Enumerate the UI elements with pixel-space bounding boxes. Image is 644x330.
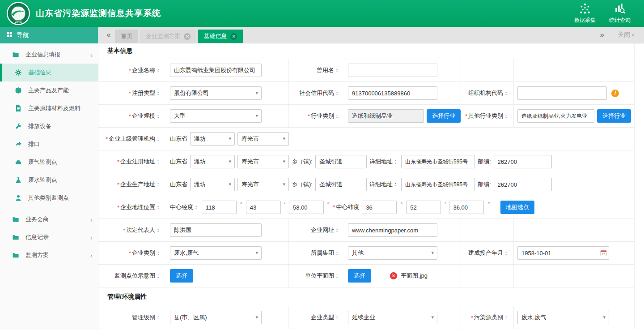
reg-addr-zip-input[interactable] <box>494 155 552 168</box>
reg-addr-city-select[interactable]: 潍坊 <box>190 155 235 168</box>
select-industry-button[interactable]: 选择行业 <box>427 109 461 123</box>
sidebar-item-label: 监测方案 <box>25 251 49 259</box>
lat-deg-input[interactable] <box>362 201 397 214</box>
reg-addr-county-select[interactable]: 寿光市 <box>237 155 289 168</box>
website-input[interactable] <box>348 223 437 237</box>
lat-min-input[interactable] <box>406 201 441 214</box>
sidebar-item-gas-monitoring[interactable]: 废气监测点 <box>0 153 98 171</box>
pollution-type-select[interactable]: 废水,废气 <box>517 311 609 324</box>
pollution-type-label: *污染源类别： <box>461 306 513 329</box>
company-name-input[interactable] <box>170 64 262 77</box>
legal-rep-input[interactable] <box>170 223 262 237</box>
folder-icon <box>12 234 20 241</box>
register-type-select[interactable]: 股份有限公司 <box>170 86 262 100</box>
sidebar-item-info-records[interactable]: 信息记录 ‹ <box>0 228 98 246</box>
sidebar: 导航 企业信息填报 ‹ 基础信息 主要产品及产能 主要原辅材料及燃料 <box>0 27 98 330</box>
production-address-label: *企业生产地址： <box>98 173 165 196</box>
cloud-icon <box>14 159 22 166</box>
prod-addr-detail-input[interactable] <box>401 178 475 191</box>
chevron-left-icon: ‹ <box>90 252 93 259</box>
prod-addr-county-select[interactable]: 寿光市 <box>237 178 289 191</box>
info-icon[interactable]: i <box>611 90 619 97</box>
sidebar-item-materials[interactable]: 主要原辅材料及燃料 <box>0 99 98 117</box>
row-company-name: *企业名称： 曾用名： <box>98 59 634 82</box>
sidebar-item-products[interactable]: 主要产品及产能 <box>0 81 98 99</box>
prod-addr-town-input[interactable] <box>315 178 367 191</box>
ent-type-label: 企业类型： <box>288 306 344 329</box>
row-management-attrs: 管理级别： 县(市、区属) 企业类型： 延续企业 *污染源类别： 废水,废气 <box>98 306 634 329</box>
data-collect-button[interactable]: 数据采集 <box>574 3 596 24</box>
tab-close-icon[interactable]: ✕ <box>184 33 191 40</box>
mgmt-level-select[interactable]: 县(市、区属) <box>170 311 262 324</box>
section-header-basic: 基本信息 <box>98 43 634 59</box>
scroll-tabs-left-button[interactable]: « <box>102 30 115 39</box>
reg-addr-detail-input[interactable] <box>401 155 475 168</box>
chevron-left-icon: ‹ <box>90 234 93 241</box>
row-geo-location: *企业地理位置： 中心经度： ° ′ ″ *中心纬度 ° ′ <box>98 196 634 219</box>
stats-query-button[interactable]: 统计查询 <box>609 3 631 24</box>
lat-sec-input[interactable] <box>449 201 484 214</box>
built-date-input[interactable] <box>517 246 609 260</box>
parent-org-county-select[interactable]: 寿光市 <box>237 132 289 146</box>
group-select[interactable]: 其他 <box>348 246 437 260</box>
category-select[interactable]: 废水,废气 <box>170 246 262 260</box>
sidebar-item-outfall[interactable]: 排口 <box>0 135 98 153</box>
lng-deg-input[interactable] <box>202 201 237 214</box>
row-production-address: *企业生产地址： 山东省 潍坊 寿光市 乡（镇): 详细地址： 邮编: <box>98 173 634 196</box>
scale-select[interactable]: 大型 <box>170 109 262 123</box>
monitor-map-select-button[interactable]: 选择 <box>170 269 193 283</box>
close-tabs-dropdown[interactable]: 关闭 ▾ <box>618 31 634 39</box>
prod-addr-zip-input[interactable] <box>494 178 552 191</box>
sidebar-item-enterprise-info[interactable]: 企业信息填报 ‹ <box>0 46 98 64</box>
tab-enterprise-monitoring-plan[interactable]: 企业监测方案 ✕ <box>140 30 196 43</box>
sidebar-item-monitoring-plan[interactable]: 监测方案 ‹ <box>0 246 98 264</box>
parent-org-city-select[interactable]: 潍坊 <box>190 132 235 146</box>
row-legal-rep: *法定代表人： 企业网址： <box>98 219 634 242</box>
sidebar-item-water-monitoring[interactable]: 废水监测点 <box>0 171 98 189</box>
tab-home[interactable]: 首页 <box>115 30 138 43</box>
chevron-left-icon: ‹ <box>90 216 93 223</box>
register-address-label: *企业注册地址： <box>98 150 165 173</box>
lng-sec-input[interactable] <box>289 201 324 214</box>
delete-file-icon[interactable]: ✕ <box>390 272 397 279</box>
sidebar-item-label: 业务会商 <box>25 215 49 223</box>
detail-address-label: 详细地址： <box>369 180 398 189</box>
lng-min-input[interactable] <box>246 201 281 214</box>
sidebar-item-label: 企业信息填报 <box>25 51 60 59</box>
degree-unit: ° <box>240 201 242 208</box>
ent-type-select[interactable]: 延续企业 <box>348 311 437 324</box>
scroll-tabs-right-button[interactable]: » <box>596 30 609 39</box>
action-label: 数据采集 <box>574 17 596 24</box>
action-label: 统计查询 <box>609 17 631 24</box>
tab-bar: « 首页 企业监测方案 ✕ 基础信息 ✕ » 关闭 ▾ <box>98 27 644 43</box>
calendar-icon[interactable]: 15 <box>600 250 607 257</box>
row-diagrams: 监测点位示意图： 选择 单位平面图： 选择 ✕ 平面图.jpg <box>98 265 634 287</box>
data-collect-icon <box>579 3 591 16</box>
sidebar-item-basic-info[interactable]: 基础信息 <box>0 64 98 81</box>
plan-map-label: 单位平面图： <box>288 265 344 287</box>
geo-location-label: *企业地理位置： <box>98 196 165 219</box>
prod-addr-city-select[interactable]: 潍坊 <box>190 178 235 191</box>
category-label: *企业类别： <box>98 242 165 264</box>
sidebar-item-label: 其他类别监测点 <box>28 194 69 202</box>
credit-code-input[interactable] <box>348 86 437 100</box>
sidebar-item-other-monitoring[interactable]: 其他类别监测点 <box>0 189 98 207</box>
plan-map-select-button[interactable]: 选择 <box>348 269 371 283</box>
file-name: 平面图.jpg <box>401 272 428 280</box>
other-industry-input <box>517 109 594 123</box>
tab-basic-info[interactable]: 基础信息 ✕ <box>198 30 243 43</box>
select-other-industry-button[interactable]: 选择行业 <box>597 109 631 123</box>
tab-close-icon[interactable]: ✕ <box>230 33 237 40</box>
folder-icon <box>12 216 20 223</box>
reg-addr-town-input[interactable] <box>315 155 367 168</box>
chevron-down-icon: ▾ <box>632 33 634 38</box>
legal-rep-label: *法定代表人： <box>98 219 165 241</box>
former-name-label: 曾用名： <box>288 59 344 81</box>
sidebar-item-business-consultation[interactable]: 业务会商 ‹ <box>0 210 98 228</box>
town-label: 乡（镇): <box>292 180 313 189</box>
map-pick-button[interactable]: 地图选点 <box>500 201 534 214</box>
former-name-input[interactable] <box>348 64 437 77</box>
app-header: ZHB 山东省污染源监测信息共享系统 数据采集 <box>0 0 644 27</box>
sidebar-item-emission-equipment[interactable]: 排放设备 <box>0 117 98 135</box>
org-code-input[interactable] <box>517 86 607 100</box>
